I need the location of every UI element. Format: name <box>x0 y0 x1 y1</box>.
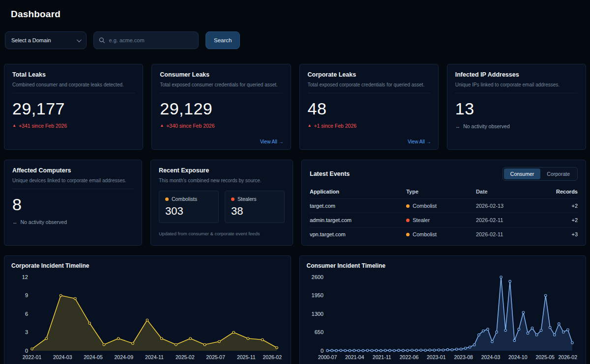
consumer-timeline-chart: 06501300195026002000-072021-042021-11202… <box>307 272 578 362</box>
view-all-corporate-link[interactable]: View All → <box>408 139 431 144</box>
corporate-timeline-chart: 0369122022-012024-032024-052024-092024-1… <box>11 272 283 362</box>
controls-bar: Select a Domain Search <box>5 31 586 49</box>
svg-text:2021-04: 2021-04 <box>345 354 364 360</box>
svg-text:6: 6 <box>25 311 28 317</box>
svg-text:2024-11: 2024-11 <box>145 354 164 360</box>
event-type-label: Combolist <box>413 231 437 237</box>
tab-consumer[interactable]: Consumer <box>504 168 540 179</box>
domain-select-value: Select a Domain <box>11 37 51 43</box>
exposure-footer-note: Updated from consumer & corporate event … <box>159 231 285 236</box>
chevron-down-icon <box>77 37 82 42</box>
svg-text:2026-02: 2026-02 <box>263 354 282 360</box>
tab-corporate[interactable]: Corporate <box>540 168 576 179</box>
dashboard-page: Dashboard Select a Domain Search Total L… <box>0 0 590 364</box>
no-activity-icon: ↔ <box>12 219 18 225</box>
combolist-dot-icon <box>165 197 169 201</box>
svg-text:2025-05: 2025-05 <box>535 354 555 360</box>
svg-text:2026-02: 2026-02 <box>558 354 577 360</box>
stealer-dot-icon <box>406 219 410 222</box>
event-date: 2026-02-13 <box>476 199 540 213</box>
stat-value: 8 <box>12 195 134 214</box>
card-subtitle: This month's combined new records by sou… <box>159 177 285 184</box>
event-row: vpn.target.com Combolist 2026-02-11 +3 <box>310 227 578 242</box>
svg-text:2025-02: 2025-02 <box>176 354 195 360</box>
up-triangle-icon: ▲ <box>160 124 164 128</box>
stat-value: 29,177 <box>12 99 135 118</box>
status-text: No activity observed <box>21 219 67 225</box>
events-header: Latest Events Consumer Corporate <box>310 167 578 181</box>
stat-delta: ▲ +1 since Feb 2026 <box>308 123 430 129</box>
card-subtitle: Unique devices linked to corporate email… <box>12 177 134 184</box>
stat-delta: ▲ +341 since Feb 2026 <box>12 123 135 129</box>
stat-value: 48 <box>308 99 430 118</box>
event-records: +2 <box>540 199 578 213</box>
event-application: target.com <box>310 199 406 213</box>
stat-card-affected-computers: Affected Computers Unique devices linked… <box>4 160 142 246</box>
event-application: admin.target.com <box>310 213 406 227</box>
card-title: Infected IP Addresses <box>455 71 578 78</box>
combolists-stat-box: Combolists 303 <box>159 191 219 223</box>
divider <box>12 93 135 93</box>
svg-text:12: 12 <box>22 274 28 280</box>
svg-text:1300: 1300 <box>311 311 323 317</box>
no-activity-icon: ↔ <box>455 123 461 129</box>
svg-text:2000-07: 2000-07 <box>318 354 337 360</box>
status-text: No activity observed <box>463 123 510 129</box>
svg-text:2025-11: 2025-11 <box>237 354 256 360</box>
card-title: Consumer Leaks <box>160 71 282 78</box>
svg-text:9: 9 <box>25 292 28 298</box>
svg-text:2023-01: 2023-01 <box>427 354 446 360</box>
stealers-label: Stealers <box>237 196 257 202</box>
col-header-application: Application <box>310 186 406 199</box>
events-header-row: Application Type Date Records <box>310 186 578 199</box>
svg-text:3: 3 <box>25 329 28 335</box>
svg-text:0: 0 <box>320 348 323 354</box>
stat-card-consumer-leaks: Consumer Leaks Total exposed consumer cr… <box>151 64 291 150</box>
event-type: Combolist <box>406 231 476 237</box>
search-field-wrap <box>93 31 199 49</box>
charts-row: Corporate Incident Timeline 0369122022-0… <box>4 255 586 364</box>
stealers-label-row: Stealers <box>231 196 278 202</box>
stat-value: 29,129 <box>160 99 282 118</box>
svg-text:650: 650 <box>314 329 323 335</box>
divider <box>308 93 430 93</box>
search-input[interactable] <box>109 37 194 43</box>
middle-row: Affected Computers Unique devices linked… <box>4 160 586 246</box>
search-button[interactable]: Search <box>206 31 240 49</box>
card-title: Total Leaks <box>12 71 135 78</box>
event-date: 2026-02-11 <box>476 227 540 242</box>
col-header-date: Date <box>476 186 540 199</box>
svg-text:2024-10: 2024-10 <box>508 354 528 360</box>
event-records: +3 <box>540 227 578 242</box>
event-row: admin.target.com Stealer 2026-02-11 +2 <box>310 213 578 227</box>
recent-exposure-card: Recent Exposure This month's combined ne… <box>150 160 293 246</box>
event-records: +2 <box>540 213 578 227</box>
stat-card-total-leaks: Total Leaks Combined consumer and corpor… <box>4 64 143 150</box>
delta-text: +1 since Feb 2026 <box>314 123 356 129</box>
svg-text:2021-11: 2021-11 <box>372 354 391 360</box>
chart-title: Consumer Incident Timeline <box>307 262 579 269</box>
col-header-type: Type <box>406 186 476 199</box>
card-subtitle: Total exposed corporate credentials for … <box>308 82 430 88</box>
svg-text:2024-03: 2024-03 <box>53 354 72 360</box>
card-title: Latest Events <box>310 170 350 177</box>
consumer-timeline-card: Consumer Incident Timeline 0650130019502… <box>299 255 587 364</box>
combolists-label: Combolists <box>172 196 197 202</box>
svg-text:2024-03: 2024-03 <box>481 354 500 360</box>
delta-text: +340 since Feb 2026 <box>166 123 214 129</box>
exposure-boxes: Combolists 303 Stealers 38 <box>159 191 285 223</box>
svg-text:0: 0 <box>25 348 28 354</box>
domain-select[interactable]: Select a Domain <box>5 31 87 49</box>
stealers-value: 38 <box>231 205 278 218</box>
col-header-records: Records <box>540 186 578 199</box>
stealers-stat-box: Stealers 38 <box>225 191 285 223</box>
view-all-consumer-link[interactable]: View All → <box>260 139 284 144</box>
event-application: vpn.target.com <box>310 227 406 242</box>
svg-text:2024-09: 2024-09 <box>115 354 134 360</box>
search-icon <box>99 37 105 44</box>
stealer-dot-icon <box>231 197 235 201</box>
event-type: Stealer <box>406 217 476 223</box>
svg-text:2600: 2600 <box>311 274 323 280</box>
event-type: Combolist <box>406 203 476 209</box>
combolists-value: 303 <box>165 205 212 218</box>
